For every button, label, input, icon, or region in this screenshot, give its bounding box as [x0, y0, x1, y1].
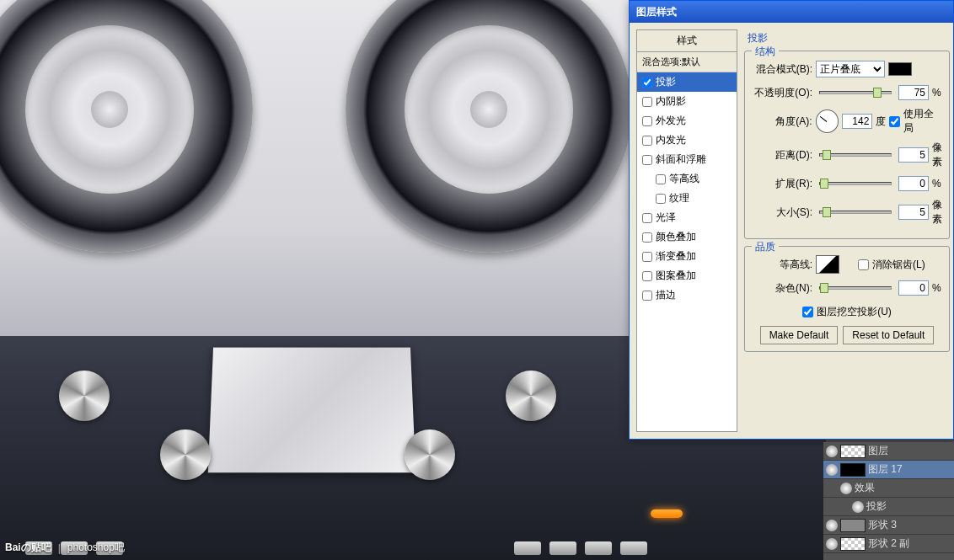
- antialias-label: 消除锯齿(L): [872, 258, 925, 272]
- contour-picker[interactable]: [816, 255, 839, 274]
- visibility-icon[interactable]: [826, 464, 838, 476]
- shadow-color-swatch[interactable]: [888, 62, 912, 76]
- blend-mode-select[interactable]: 正片叠底: [816, 61, 885, 77]
- reset-default-button[interactable]: Reset to Default: [843, 326, 934, 344]
- opacity-label: 不透明度(O):: [750, 86, 812, 100]
- effect-checkbox[interactable]: [656, 194, 666, 204]
- layer-effects-row[interactable]: 效果: [823, 479, 954, 498]
- distance-slider[interactable]: [819, 153, 892, 157]
- layer-row[interactable]: 形状 3: [823, 516, 954, 535]
- layer-effect-item[interactable]: 投影: [823, 498, 954, 516]
- layers-panel: 图层 图层 17 效果 投影 形状 3 形状 2 副: [823, 442, 954, 560]
- tape-reel-right: [346, 0, 632, 253]
- styles-header[interactable]: 样式: [637, 30, 737, 52]
- angle-dial[interactable]: [816, 109, 839, 133]
- layer-row[interactable]: 形状 2 副: [823, 535, 954, 553]
- layer-style-dialog: 图层样式 样式 混合选项:默认 投影 内阴影 外发光 内发光 斜面和浮雕 等高线…: [629, 0, 954, 440]
- visibility-icon[interactable]: [826, 445, 838, 457]
- group-title: 品质: [752, 240, 779, 254]
- structure-group: 结构 混合模式(B): 正片叠底 不透明度(O): % 角度(A): 度: [744, 51, 950, 239]
- visibility-icon[interactable]: [826, 520, 838, 531]
- size-input[interactable]: [898, 205, 929, 220]
- distance-input[interactable]: [898, 147, 929, 163]
- effect-checkbox[interactable]: [642, 271, 652, 281]
- effect-checkbox[interactable]: [642, 232, 652, 243]
- effect-settings-panel: 投影 结构 混合模式(B): 正片叠底 不透明度(O): % 角度(A):: [741, 23, 953, 439]
- effect-pattern-overlay[interactable]: 图案叠加: [637, 266, 737, 285]
- noise-input[interactable]: [898, 280, 929, 296]
- tape-head-plate: [208, 348, 415, 473]
- roller: [405, 429, 455, 480]
- angle-label: 角度(A):: [750, 115, 812, 129]
- visibility-icon[interactable]: [826, 538, 838, 550]
- opacity-slider[interactable]: [819, 91, 892, 94]
- spread-slider[interactable]: [819, 182, 892, 185]
- effect-checkbox[interactable]: [642, 252, 652, 262]
- effects-list: 样式 混合选项:默认 投影 内阴影 外发光 内发光 斜面和浮雕 等高线 纹理 光…: [636, 29, 737, 432]
- distance-label: 距离(D):: [750, 148, 812, 163]
- dialog-title[interactable]: 图层样式: [630, 1, 953, 23]
- effect-checkbox[interactable]: [642, 77, 652, 88]
- switch-row: [514, 541, 647, 555]
- effect-drop-shadow[interactable]: 投影: [637, 72, 737, 92]
- contour-label: 等高线:: [750, 258, 812, 272]
- effect-inner-shadow[interactable]: 内阴影: [637, 92, 737, 111]
- visibility-icon[interactable]: [840, 483, 852, 494]
- layer-row[interactable]: 图层 17: [823, 461, 954, 479]
- effect-checkbox[interactable]: [642, 155, 652, 165]
- use-global-light-label: 使用全局: [903, 107, 944, 136]
- spread-input[interactable]: [898, 176, 929, 191]
- knockout-label: 图层挖空投影(U): [817, 305, 892, 319]
- quality-group: 品质 等高线: 消除锯齿(L) 杂色(N): % 图层挖空投影(U): [744, 246, 950, 352]
- layer-row[interactable]: 图层: [823, 442, 954, 461]
- effect-satin[interactable]: 光泽: [637, 208, 737, 227]
- roller: [59, 371, 110, 421]
- led-indicator: [651, 509, 683, 518]
- size-label: 大小(S):: [750, 205, 812, 220]
- angle-input[interactable]: [842, 114, 872, 129]
- opacity-input[interactable]: [898, 85, 929, 100]
- effect-inner-glow[interactable]: 内发光: [637, 131, 737, 150]
- group-title: 结构: [752, 45, 779, 59]
- make-default-button[interactable]: Make Default: [760, 326, 839, 344]
- blend-mode-label: 混合模式(B):: [750, 62, 812, 77]
- effect-texture[interactable]: 纹理: [637, 189, 737, 208]
- size-slider[interactable]: [819, 211, 892, 214]
- roller: [160, 429, 211, 480]
- antialias-checkbox[interactable]: [858, 259, 869, 270]
- effect-checkbox[interactable]: [642, 97, 652, 107]
- effect-stroke[interactable]: 描边: [637, 285, 737, 305]
- roller: [506, 371, 556, 421]
- panel-title: 投影: [748, 31, 950, 45]
- effect-bevel-emboss[interactable]: 斜面和浮雕: [637, 150, 737, 169]
- noise-slider[interactable]: [819, 286, 892, 290]
- watermark-text: photoshop吧: [67, 541, 125, 555]
- effect-contour[interactable]: 等高线: [637, 169, 737, 189]
- blend-options-default[interactable]: 混合选项:默认: [637, 52, 737, 72]
- effect-checkbox[interactable]: [642, 116, 652, 126]
- effect-checkbox[interactable]: [642, 291, 652, 301]
- tape-reel-left: [0, 0, 253, 253]
- effect-checkbox[interactable]: [642, 213, 652, 223]
- noise-label: 杂色(N):: [750, 281, 812, 296]
- effect-outer-glow[interactable]: 外发光: [637, 111, 737, 131]
- effect-color-overlay[interactable]: 颜色叠加: [637, 227, 737, 247]
- effect-checkbox[interactable]: [642, 136, 652, 146]
- effect-gradient-overlay[interactable]: 渐变叠加: [637, 247, 737, 266]
- watermark-logo: Baiの贴吧: [5, 541, 51, 555]
- effect-checkbox[interactable]: [656, 174, 666, 184]
- use-global-light-checkbox[interactable]: [889, 116, 900, 127]
- knockout-checkbox[interactable]: [802, 307, 813, 317]
- visibility-icon[interactable]: [852, 501, 864, 513]
- spread-label: 扩展(R):: [750, 177, 812, 191]
- watermark: Baiの贴吧 | photoshop吧: [5, 541, 125, 555]
